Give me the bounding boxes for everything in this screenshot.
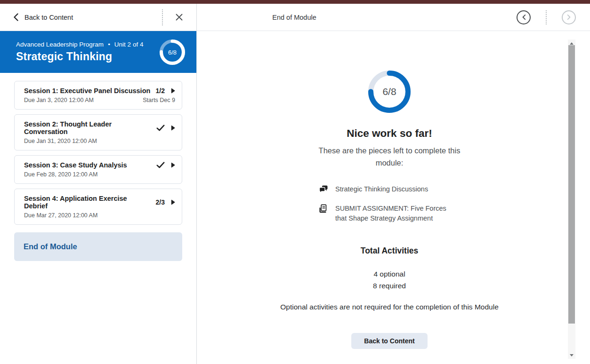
- expand-caret-icon[interactable]: [171, 162, 175, 168]
- session-due-date: Due Feb 28, 2020 12:00 AM: [24, 171, 175, 178]
- module-progress-label: 6/8: [168, 48, 177, 55]
- remaining-activity-label: Strategic Thinking Discussions: [335, 184, 428, 194]
- session-due-date: Due Jan 3, 2020 12:00 AM: [24, 97, 143, 103]
- module-breadcrumb: Advanced Leadership Program • Unit 2 of …: [16, 41, 160, 48]
- back-to-content-button-main[interactable]: Back to Content: [351, 333, 427, 349]
- completed-check-icon: [156, 125, 165, 131]
- total-activities-heading: Total Activities: [197, 246, 582, 256]
- module-progress-ring: 6/8: [160, 40, 185, 65]
- completion-progress-ring: 6/8: [197, 71, 582, 113]
- scroll-down-arrow[interactable]: [568, 352, 575, 358]
- expand-caret-icon[interactable]: [171, 88, 175, 94]
- remaining-activity-label: SUBMIT ASSIGNMENT: Five Forces that Shap…: [335, 204, 460, 223]
- top-accent-bar: [0, 0, 590, 4]
- main-header: End of Module: [197, 4, 590, 31]
- session-card-4[interactable]: Session 4: Application Exercise Debrief …: [14, 189, 182, 225]
- session-card-1[interactable]: Session 1: Executive Panel Discussion 1/…: [14, 81, 182, 110]
- dotted-divider: [162, 9, 163, 25]
- list-item: SUBMIT ASSIGNMENT: Five Forces that Shap…: [319, 204, 460, 223]
- main-content-area: 6/8 Nice work so far! These are the piec…: [197, 31, 590, 364]
- previous-topic-button[interactable]: [517, 10, 531, 24]
- session-start-note: Starts Dec 9: [143, 97, 175, 103]
- module-banner: Advanced Leadership Program • Unit 2 of …: [0, 31, 196, 73]
- session-progress-count: 2/3: [156, 198, 165, 206]
- session-card-3[interactable]: Session 3: Case Study Analysis Due Feb 2…: [14, 155, 182, 184]
- session-due-date: Due Jan 31, 2020 12:00 AM: [24, 138, 175, 144]
- remaining-activities-list: Strategic Thinking Discussions SUBMIT AS…: [319, 184, 460, 223]
- completed-check-icon: [156, 162, 165, 168]
- sidebar-header: Back to Content: [0, 4, 196, 31]
- session-title: Session 4: Application Exercise Debrief: [24, 195, 156, 210]
- chevron-left-icon: [13, 13, 18, 21]
- assignment-icon: [319, 204, 328, 214]
- pager-controls: [517, 10, 576, 24]
- module-title: Strategic Thinking: [16, 50, 160, 63]
- main-panel: End of Module: [197, 4, 590, 364]
- vertical-scrollbar[interactable]: [568, 40, 575, 359]
- next-topic-button[interactable]: [562, 10, 576, 24]
- chevron-left-icon: [522, 14, 526, 20]
- completion-progress-label: 6/8: [382, 86, 396, 97]
- sidebar-item-end-of-module[interactable]: End of Module: [14, 232, 182, 261]
- close-icon: [175, 13, 183, 21]
- session-card-2[interactable]: Session 2: Thought Leader Conversation D…: [14, 114, 182, 150]
- triangle-up-icon: [570, 42, 574, 45]
- scrollbar-thumb[interactable]: [568, 45, 575, 324]
- required-count: 8 required: [197, 280, 582, 292]
- list-item: Strategic Thinking Discussions: [319, 184, 428, 194]
- dotted-divider: [546, 10, 547, 24]
- bullet-separator: •: [108, 41, 110, 48]
- expand-caret-icon[interactable]: [171, 125, 175, 131]
- session-title: Session 2: Thought Leader Conversation: [24, 120, 156, 135]
- session-due-date: Due Mar 27, 2020 12:00 AM: [24, 212, 175, 219]
- page-title: End of Module: [272, 14, 316, 21]
- back-to-content-button[interactable]: Back to Content: [13, 13, 73, 21]
- unit-position: Unit 2 of 4: [114, 41, 144, 48]
- chevron-right-icon: [567, 14, 571, 20]
- app-window: Back to Content Advanced Leadership Prog…: [0, 4, 590, 364]
- session-title: Session 1: Executive Panel Discussion: [24, 87, 156, 95]
- optional-count: 4 optional: [197, 268, 582, 280]
- content-sidebar: Back to Content Advanced Leadership Prog…: [0, 4, 197, 364]
- session-title: Session 3: Case Study Analysis: [24, 161, 156, 169]
- discussions-icon: [319, 184, 328, 194]
- end-of-module-summary: 6/8 Nice work so far! These are the piec…: [197, 71, 582, 349]
- activity-counts: 4 optional 8 required: [197, 268, 582, 292]
- program-name: Advanced Leadership Program: [16, 41, 104, 48]
- session-progress-count: 1/2: [156, 87, 165, 95]
- module-banner-text: Advanced Leadership Program • Unit 2 of …: [16, 41, 160, 63]
- remaining-intro-text: These are the pieces left to complete th…: [311, 144, 468, 169]
- end-of-module-label: End of Module: [24, 242, 77, 251]
- triangle-down-icon: [570, 354, 574, 356]
- back-to-content-label: Back to Content: [24, 14, 73, 21]
- session-list: Session 1: Executive Panel Discussion 1/…: [0, 73, 196, 225]
- encouragement-heading: Nice work so far!: [197, 127, 582, 140]
- optional-activities-note: Optional activities are not required for…: [197, 303, 582, 311]
- close-sidebar-button[interactable]: [174, 12, 184, 22]
- expand-caret-icon[interactable]: [171, 199, 175, 205]
